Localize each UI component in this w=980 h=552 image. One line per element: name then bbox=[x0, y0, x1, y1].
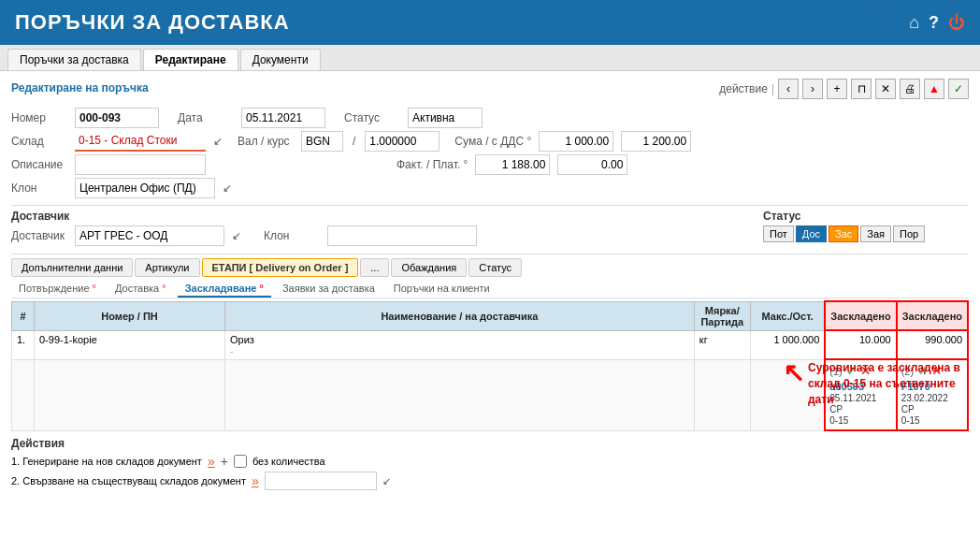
supplier-section-title: Доставчик bbox=[11, 210, 748, 223]
flag-btn[interactable]: ▲ bbox=[924, 79, 944, 99]
annotation-arrow-icon: ↖ bbox=[783, 360, 804, 386]
batch2-warehouse: 0-15 bbox=[901, 415, 920, 426]
action2-input[interactable] bbox=[265, 472, 377, 490]
nav-delete-btn[interactable]: ✕ bbox=[875, 79, 896, 99]
tab-dokumenti[interactable]: Документи bbox=[240, 49, 321, 70]
col-tab-potvarzhdenie[interactable]: Потвърждение ° bbox=[11, 281, 104, 298]
status-por-btn[interactable]: Пор bbox=[893, 225, 925, 242]
cell-nomer: 0-99-1-kopie bbox=[35, 330, 225, 359]
status-pot-btn[interactable]: Пот bbox=[763, 225, 794, 242]
branch-label: Клон bbox=[11, 182, 67, 195]
warehouse-label: Склад bbox=[11, 135, 67, 148]
cell-name: Ориз- bbox=[225, 330, 695, 359]
sub-tab-dots[interactable]: ... bbox=[360, 258, 389, 277]
sub-tab-obajdaniya[interactable]: Обаждания bbox=[391, 258, 467, 277]
section-title: Редактиране на поръчка bbox=[11, 81, 149, 94]
branch-arrow: ↙ bbox=[223, 182, 232, 195]
nav-copy-btn[interactable]: ⊓ bbox=[851, 79, 872, 99]
branch-input[interactable] bbox=[75, 178, 215, 198]
warehouse-input[interactable] bbox=[75, 131, 206, 152]
action2-arrow-icon: ↙ bbox=[382, 475, 391, 487]
nav-add-btn[interactable]: + bbox=[827, 79, 847, 99]
status-buttons: Пот Дос Зас Зая Пор bbox=[763, 225, 969, 242]
cell-zaskladeno1: 10.000 bbox=[825, 330, 896, 359]
action1-plus[interactable]: + bbox=[221, 454, 228, 469]
action2-row: 2. Свързване на съществуващ складов доку… bbox=[11, 472, 969, 490]
toolbar-label: действие bbox=[719, 82, 768, 95]
currency-rate-input[interactable] bbox=[365, 131, 440, 152]
cell-maxost: 1 000.000 bbox=[750, 330, 825, 359]
cell-empty-unit bbox=[694, 359, 750, 430]
bird-logo bbox=[851, 2, 900, 43]
date-input[interactable] bbox=[241, 108, 325, 128]
status-input[interactable] bbox=[408, 108, 483, 128]
col-tabs: Потвърждение ° Доставка ° Заскладяване °… bbox=[11, 281, 969, 298]
sum-label: Сума / с ДДС ° bbox=[454, 135, 531, 148]
action1-checkbox[interactable] bbox=[234, 455, 247, 468]
sum-input2[interactable] bbox=[621, 131, 691, 152]
app-title: ПОРЪЧКИ ЗА ДОСТАВКА bbox=[15, 10, 290, 35]
annotation-text: Суровината е заскладена в склад 0-15 на … bbox=[808, 360, 965, 407]
currency-label: Вал / курс bbox=[238, 135, 294, 148]
col-header-zaskladeno1: Заскладено bbox=[825, 301, 896, 330]
actions-title: Действия bbox=[11, 437, 969, 450]
sub-tab-dopalnitelni[interactable]: Допълнителни данни bbox=[11, 258, 133, 277]
fakt-input1[interactable] bbox=[475, 154, 550, 175]
power-icon[interactable]: ⏻ bbox=[948, 13, 965, 33]
sub-tab-status[interactable]: Статус bbox=[468, 258, 522, 277]
annotation: ↖ Суровината е заскладена в склад 0-15 н… bbox=[783, 360, 965, 407]
status-section-title: Статус bbox=[763, 210, 969, 223]
description-input[interactable] bbox=[75, 154, 206, 175]
home-icon[interactable]: ⌂ bbox=[909, 13, 919, 33]
supplier-branch-label: Клон bbox=[264, 229, 320, 242]
col-tab-dostavka[interactable]: Доставка ° bbox=[108, 281, 174, 298]
toolbar-separator: | bbox=[771, 82, 774, 95]
nav-prev-btn[interactable]: ‹ bbox=[778, 79, 799, 99]
header-icons: ⌂ ? ⏻ bbox=[851, 2, 965, 43]
currency-slash: / bbox=[353, 135, 355, 148]
number-input[interactable] bbox=[75, 108, 159, 128]
cell-empty-nomer bbox=[35, 359, 225, 430]
supplier-label: Доставчик bbox=[11, 229, 67, 242]
status-dos-btn[interactable]: Дос bbox=[796, 225, 827, 242]
col-tab-zaskladvane[interactable]: Заскладяване ° bbox=[178, 281, 271, 298]
sum-input1[interactable] bbox=[539, 131, 613, 152]
header: ПОРЪЧКИ ЗА ДОСТАВКА ⌂ ? ⏻ bbox=[0, 0, 980, 45]
sub-tab-etapi[interactable]: ЕТАПИ [ Delivery on Order ] bbox=[202, 258, 359, 277]
nav-next-btn[interactable]: › bbox=[802, 79, 823, 99]
supplier-input[interactable] bbox=[75, 225, 224, 246]
col-tab-zajavki[interactable]: Заявки за доставка bbox=[275, 281, 382, 298]
fakt-input2[interactable] bbox=[557, 154, 627, 175]
action2-link[interactable]: » bbox=[252, 473, 259, 488]
currency-input[interactable] bbox=[301, 131, 343, 152]
cell-unit: кг bbox=[694, 330, 750, 359]
sub-tabs: Допълнителни данни Артикули ЕТАПИ [ Deli… bbox=[11, 258, 969, 277]
status-zaya-btn[interactable]: Зая bbox=[860, 225, 891, 242]
description-label: Описание bbox=[11, 158, 67, 171]
col-header-num: # bbox=[12, 301, 35, 330]
action1-label: 1. Генериране на нов складов документ bbox=[11, 456, 202, 467]
cell-zaskladeno2: 990.000 bbox=[897, 330, 968, 359]
col-header-name: Наименование / на доставчика bbox=[225, 301, 695, 330]
help-icon[interactable]: ? bbox=[929, 13, 939, 33]
print-btn[interactable]: 🖨 bbox=[900, 79, 920, 99]
toolbar: действие | ‹ › + ⊓ ✕ 🖨 ▲ ✓ bbox=[719, 79, 969, 99]
action1-link[interactable]: » bbox=[208, 454, 215, 469]
tab-porchki[interactable]: Поръчки за доставка bbox=[7, 49, 141, 70]
date-label: Дата bbox=[178, 111, 234, 124]
number-label: Номер bbox=[11, 111, 67, 124]
sub-tab-artikuli[interactable]: Артикули bbox=[135, 258, 199, 277]
actions-section: Действия 1. Генериране на нов складов до… bbox=[11, 437, 969, 490]
cell-num: 1. bbox=[12, 330, 35, 359]
main-tabs: Поръчки за доставка Редактиране Документ… bbox=[0, 45, 980, 71]
status-label: Статус bbox=[344, 111, 400, 124]
col-header-zaskladeno2: Заскладено bbox=[897, 301, 968, 330]
action1-row: 1. Генериране на нов складов документ » … bbox=[11, 454, 969, 469]
tab-redaktirane[interactable]: Редактиране bbox=[143, 49, 238, 70]
warehouse-arrow: ↙ bbox=[213, 135, 223, 148]
col-tab-porchki[interactable]: Поръчки на клиенти bbox=[386, 281, 497, 298]
check-btn[interactable]: ✓ bbox=[948, 79, 969, 99]
status-zas-btn[interactable]: Зас bbox=[829, 225, 858, 242]
supplier-branch-input[interactable] bbox=[327, 225, 477, 246]
supplier-arrow: ↙ bbox=[232, 229, 241, 242]
